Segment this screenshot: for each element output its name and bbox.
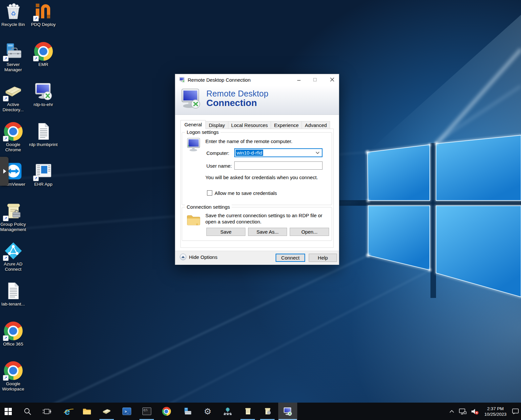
clock-time: 2:37 PM: [483, 406, 508, 411]
windows-logo-icon: [5, 408, 12, 415]
taskbar: e >_ C:\: [0, 403, 521, 420]
system-tray: 2:37 PM 10/25/2023: [449, 403, 519, 420]
maximize-button[interactable]: [307, 74, 323, 85]
powershell-icon: >_: [122, 408, 131, 415]
window-titlebar[interactable]: Remote Desktop Connection: [175, 74, 339, 85]
tab-advanced[interactable]: Advanced: [302, 121, 330, 129]
recycle-bin-icon: ♻: [4, 2, 23, 21]
desktop-icon-lab-tenant[interactable]: lab-tenant...: [0, 282, 28, 307]
desktop-icon-recycle-bin[interactable]: ♻ Recycle Bin: [0, 2, 28, 27]
allow-credentials-checkbox[interactable]: [207, 190, 212, 196]
window-title: Remote Desktop Connection: [188, 77, 251, 83]
desktop-icon-active-directory[interactable]: ↗ Active Directory...: [0, 82, 28, 113]
active-directory-book-icon: [102, 408, 111, 415]
hidden-panel-handle[interactable]: [0, 157, 9, 186]
hide-options-toggle[interactable]: Hide Options: [180, 254, 218, 260]
desktop-icon-label: EHR App: [34, 182, 52, 187]
shortcut-arrow-icon: ↗: [3, 255, 9, 261]
search-icon: [24, 408, 31, 415]
shortcut-arrow-icon: ↗: [3, 56, 9, 61]
help-button[interactable]: Help: [309, 254, 337, 262]
chrome-icon: ↗: [4, 322, 23, 340]
internet-explorer-button[interactable]: e: [58, 403, 76, 420]
username-input[interactable]: [234, 161, 323, 170]
active-directory-button[interactable]: [97, 403, 116, 420]
shortcut-arrow-icon: ↗: [3, 136, 9, 141]
logon-settings-legend: Logon settings: [185, 129, 220, 135]
settings-button[interactable]: ⚙: [198, 403, 217, 420]
tab-local-resources[interactable]: Local Resources: [228, 121, 271, 129]
desktop-icon-google-workspace[interactable]: ↗ Google Workspace: [0, 361, 28, 392]
scroll-document-button[interactable]: [239, 403, 257, 420]
command-prompt-button[interactable]: C:\: [137, 403, 156, 420]
allow-credentials-label: Allow me to save credentials: [215, 190, 277, 196]
taskbar-search-button[interactable]: [18, 403, 37, 420]
rdp-monitor-icon: [34, 82, 53, 101]
internet-explorer-icon: e: [65, 407, 70, 416]
azure-ad-icon: ↗: [4, 242, 23, 260]
group-policy-button[interactable]: [258, 403, 277, 420]
pdq-deploy-icon: ↗: [34, 2, 53, 21]
tab-experience[interactable]: Experience: [271, 121, 302, 129]
desktop-icon-label: Google Workspace: [0, 381, 28, 392]
file-explorer-button[interactable]: [78, 403, 96, 420]
folder-icon: [186, 212, 201, 228]
desktop-icon-ehr-app[interactable]: ↗ EHR App: [29, 162, 58, 187]
start-button[interactable]: [0, 403, 16, 420]
desktop-icon-rdp-to-ehr[interactable]: rdp-to-ehr: [29, 82, 58, 107]
tab-display[interactable]: Display: [205, 121, 228, 129]
desktop-icon-azure-ad-connect[interactable]: ↗ Azure AD Connect: [0, 242, 28, 272]
computer-icon: [186, 137, 202, 153]
remote-desktop-button[interactable]: [278, 403, 297, 420]
desktop-icon-label: lab-tenant...: [1, 302, 25, 307]
rdp-logo-icon: [180, 88, 201, 109]
computer-combobox[interactable]: win10-d-rfid: [234, 148, 323, 157]
desktop-icon-label: Google Chrome: [0, 142, 28, 153]
desktop-icon-label: rdp thumbprint: [29, 142, 57, 147]
shortcut-arrow-icon: ↗: [33, 56, 39, 61]
desktop-icon-server-manager[interactable]: ↗ Server Manager: [0, 42, 28, 73]
tab-page-general: Logon settings Enter the name of the rem…: [180, 129, 334, 248]
volume-muted-icon[interactable]: [471, 408, 479, 415]
task-view-button[interactable]: [38, 403, 56, 420]
save-button[interactable]: Save: [206, 228, 245, 236]
desktop: ♻ Recycle Bin ↗ PDQ Deploy ↗ Server Mana…: [0, 0, 521, 420]
taskbar-clock[interactable]: 2:37 PM 10/25/2023: [483, 406, 508, 417]
desktop-icon-rdp-thumbprint[interactable]: rdp thumbprint: [29, 122, 58, 147]
desktop-icon-label: EMR: [38, 62, 48, 67]
action-center-icon[interactable]: [512, 408, 519, 415]
credentials-note: You will be asked for credentials when y…: [205, 175, 318, 180]
dns-manager-icon: [223, 407, 232, 416]
desktop-icon-google-chrome[interactable]: ↗ Google Chrome: [0, 122, 28, 153]
computer-label: Computer:: [206, 150, 229, 156]
chrome-icon: [162, 407, 171, 416]
dns-manager-button[interactable]: [219, 403, 237, 420]
desktop-icon-office-365[interactable]: ↗ Office 365: [0, 322, 28, 347]
logon-settings-group: Logon settings Enter the name of the rem…: [182, 132, 332, 205]
close-button[interactable]: [324, 74, 340, 85]
app-window-icon: ↗: [34, 162, 53, 180]
server-manager-button[interactable]: [178, 403, 197, 420]
desktop-icon-label: Active Directory...: [0, 102, 28, 113]
connect-button[interactable]: Connect: [276, 254, 305, 262]
gpo-scroll-icon: [263, 407, 272, 415]
shortcut-arrow-icon: ↗: [33, 16, 39, 21]
save-as-button[interactable]: Save As...: [248, 228, 287, 236]
desktop-icon-group-policy[interactable]: ↗ Group Policy Management: [0, 202, 28, 232]
desktop-icon-label: Recycle Bin: [1, 22, 25, 27]
connection-settings-legend: Connection settings: [185, 204, 232, 210]
network-icon[interactable]: [459, 408, 467, 415]
desktop-icon-emr[interactable]: ↗ EMR: [29, 42, 58, 67]
desktop-icon-pdq-deploy[interactable]: ↗ PDQ Deploy: [29, 2, 58, 27]
desktop-icon-label: rdp-to-ehr: [33, 102, 53, 107]
chrome-icon: ↗: [4, 122, 23, 141]
shortcut-arrow-icon: ↗: [3, 335, 9, 341]
chevron-down-icon: [316, 152, 320, 154]
powershell-button[interactable]: >_: [117, 403, 136, 420]
chrome-button[interactable]: [157, 403, 176, 420]
minimize-button[interactable]: [291, 74, 306, 85]
tray-chevron-up-icon[interactable]: [449, 410, 454, 413]
open-button[interactable]: Open...: [290, 228, 329, 236]
tab-general[interactable]: General: [180, 120, 206, 129]
banner-line2: Connection: [206, 98, 257, 108]
